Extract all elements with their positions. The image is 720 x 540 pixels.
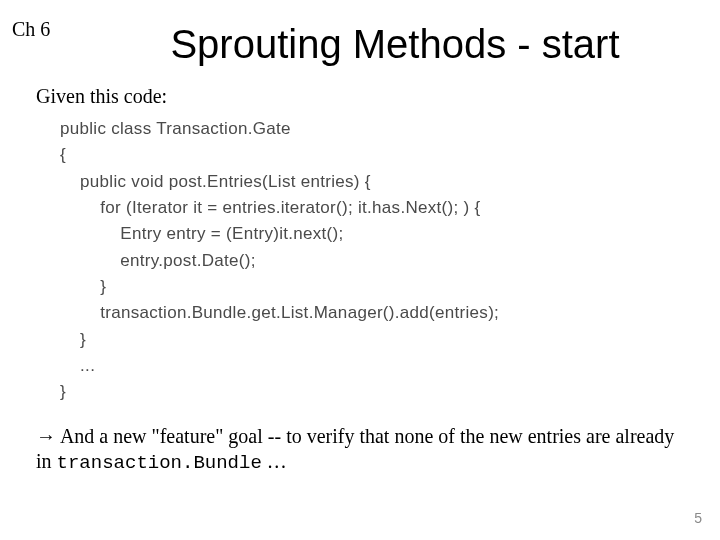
code-block: public class Transaction.Gate { public v… xyxy=(60,116,720,406)
footer-part2: … xyxy=(262,450,287,472)
footer-text: → And a new "feature" goal -- to verify … xyxy=(36,424,684,476)
arrow-icon: → xyxy=(36,425,56,447)
page-number: 5 xyxy=(694,510,702,526)
slide-title: Sprouting Methods - start xyxy=(110,22,680,67)
footer-mono: transaction.Bundle xyxy=(57,452,262,474)
chapter-label: Ch 6 xyxy=(12,18,50,41)
given-label: Given this code: xyxy=(36,85,720,108)
